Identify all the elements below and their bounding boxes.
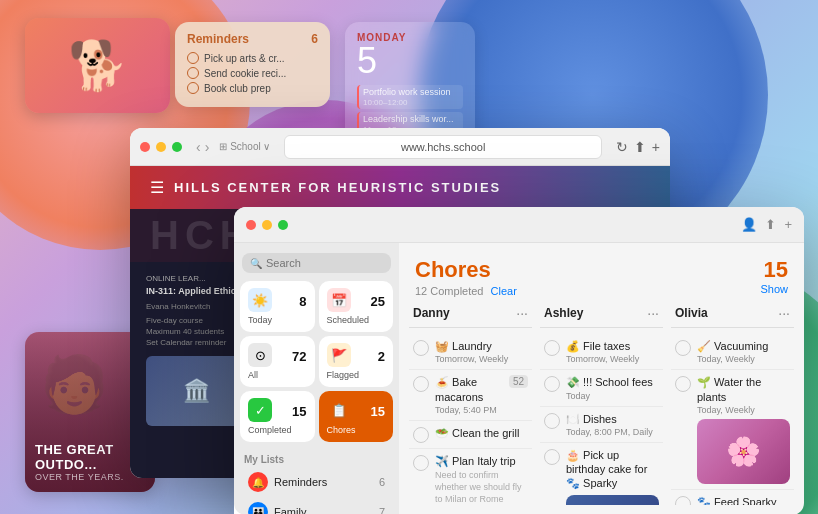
widget-photo: 🐕 — [25, 18, 170, 113]
safari-online-label: ONLINE LEAR... — [146, 274, 246, 283]
cal-event-1: Portfolio work session 10:00–12:00 — [357, 85, 463, 109]
task-cake-emoji: 🎂 — [566, 449, 580, 461]
column-ashley: Ashley ··· 💰 File taxes Tomorrow, Weekly — [540, 305, 663, 505]
safari-close-dot[interactable] — [140, 142, 150, 152]
task-dishes: 🍽️ Dishes Today, 8:00 PM, Daily — [540, 407, 663, 443]
danny-col-header: Danny ··· — [409, 305, 532, 328]
task-feed-sparky: 🐾 Feed Sparky Today, 5:00 PM, Daily — [671, 490, 794, 505]
rem-add-icon[interactable]: + — [784, 217, 792, 232]
task-dog-image: 🐕 — [566, 495, 659, 505]
safari-minimize-dot[interactable] — [156, 142, 166, 152]
task-circle-vacuuming[interactable] — [675, 340, 691, 356]
list-item-reminders[interactable]: 🔔 Reminders 6 — [238, 467, 395, 497]
safari-course-instructor: Evana Honkevitch — [146, 301, 246, 312]
outdoor-person-icon: 🧑 — [40, 352, 109, 417]
safari-nav: ‹ › — [196, 140, 209, 154]
smart-list-completed[interactable]: ✓ 15 Completed — [240, 391, 315, 442]
task-circle-taxes[interactable] — [544, 340, 560, 356]
task-circle-grill[interactable] — [413, 427, 429, 443]
safari-back-button[interactable]: ‹ — [196, 140, 201, 154]
rem-minimize-dot[interactable] — [262, 220, 272, 230]
task-macarons-emoji: 🍝 — [435, 376, 449, 388]
task-circle-italy[interactable] — [413, 455, 429, 471]
task-laundry-emoji: 🧺 — [435, 340, 449, 352]
rem-share-icon[interactable]: ⬆ — [765, 217, 776, 232]
safari-forward-button[interactable]: › — [205, 140, 210, 154]
task-plants-emoji: 🌱 — [697, 376, 711, 388]
task-circle-dishes[interactable] — [544, 413, 560, 429]
danny-more-icon[interactable]: ··· — [516, 305, 528, 321]
safari-share-icon[interactable]: ⬆ — [634, 139, 646, 155]
task-laundry: 🧺 Laundry Tomorrow, Weekly — [409, 334, 532, 370]
flowers-visual: 🌸 — [697, 419, 790, 484]
safari-zoom-dot[interactable] — [172, 142, 182, 152]
smart-lists-grid: ☀️ 8 Today 📅 25 Scheduled — [234, 281, 399, 450]
task-circle-laundry[interactable] — [413, 340, 429, 356]
rem-person-icon[interactable]: 👤 — [741, 217, 757, 232]
safari-reload-icon[interactable]: ↻ — [616, 139, 628, 155]
task-sparky-emoji: 🐾 — [697, 496, 711, 505]
task-circle-sparky[interactable] — [675, 496, 691, 505]
chores-header: Chores 12 Completed Clear 15 Show — [399, 243, 804, 305]
safari-site-menu-icon[interactable]: ☰ — [150, 178, 164, 197]
rem-titlebar-icons: 👤 ⬆ + — [741, 217, 792, 232]
widget-reminders-count: 6 — [311, 32, 318, 46]
safari-toolbar-right: ↻ ⬆ + — [616, 139, 660, 155]
task-macarons-counter: 52 — [509, 375, 528, 388]
task-dishes-emoji: 🍽️ — [566, 413, 580, 425]
reminder-item-1: Pick up arts & cr... — [187, 52, 318, 64]
smart-list-flagged[interactable]: 🚩 2 Flagged — [319, 336, 394, 387]
safari-address-bar[interactable]: www.hchs.school — [284, 135, 601, 159]
cal-day-number: 5 — [357, 43, 463, 79]
reminder-item-2: Send cookie reci... — [187, 67, 318, 79]
safari-toolbar: ‹ › ⊞ School ∨ www.hchs.school ↻ ⬆ + — [130, 128, 670, 166]
smart-list-chores[interactable]: 📋 15 Chores — [319, 391, 394, 442]
task-birthday-cake: 🎂 Pick up birthday cake for 🐾 Sparky 🐕 — [540, 443, 663, 505]
task-circle-plants[interactable] — [675, 376, 691, 392]
chores-meta: 12 Completed Clear — [415, 285, 517, 297]
safari-site-header: ☰ HILLS CENTER FOR HEURISTIC STUDIES — [130, 166, 670, 209]
olivia-more-icon[interactable]: ··· — [778, 305, 790, 321]
dog-visual: 🐕 — [566, 495, 659, 505]
smart-list-scheduled[interactable]: 📅 25 Scheduled — [319, 281, 394, 332]
search-icon: 🔍 — [250, 258, 262, 269]
reminders-sidebar: 🔍 ☀️ 8 Today — [234, 243, 399, 514]
safari-site-title: HILLS CENTER FOR HEURISTIC STUDIES — [174, 180, 501, 195]
column-olivia: Olivia ··· 🧹 Vacuuming Today, Weekly — [671, 305, 794, 505]
reminders-body: 🔍 ☀️ 8 Today — [234, 243, 804, 514]
safari-add-tab-icon[interactable]: + — [652, 139, 660, 155]
rem-close-dot[interactable] — [246, 220, 256, 230]
chores-show-button[interactable]: Show — [760, 283, 788, 295]
task-circle-macarons[interactable] — [413, 376, 429, 392]
task-vacuuming: 🧹 Vacuuming Today, Weekly — [671, 334, 794, 370]
reminders-search[interactable]: 🔍 — [242, 253, 391, 273]
ashley-more-icon[interactable]: ··· — [647, 305, 659, 321]
task-circle-cake[interactable] — [544, 449, 560, 465]
smart-list-all[interactable]: ⊙ 72 All — [240, 336, 315, 387]
widget-reminders-title: Reminders — [187, 32, 249, 46]
reminders-app-window: 👤 ⬆ + 🔍 ☀️ 8 — [234, 207, 804, 514]
task-circle-school-fees[interactable] — [544, 376, 560, 392]
search-input[interactable] — [266, 257, 383, 269]
chores-clear-link[interactable]: Clear — [491, 285, 517, 297]
safari-tab-switcher[interactable]: ⊞ School ∨ — [219, 141, 270, 152]
smart-list-today[interactable]: ☀️ 8 Today — [240, 281, 315, 332]
task-macarons: 🍝 Bake macarons Today, 5:40 PM 52 — [409, 370, 532, 421]
task-fees-emoji: 💸 — [566, 376, 580, 388]
reminder-item-3: Book club prep — [187, 82, 318, 94]
task-flowers-image: 🌸 — [697, 419, 790, 484]
dog-emoji: 🐕 — [68, 38, 128, 94]
task-taxes-emoji: 💰 — [566, 340, 580, 352]
task-water-plants: 🌱 Water the plants Today, Weekly 🌸 — [671, 370, 794, 490]
reminders-titlebar: 👤 ⬆ + — [234, 207, 804, 243]
list-item-family[interactable]: 👪 Family 7 — [238, 497, 395, 514]
rem-zoom-dot[interactable] — [278, 220, 288, 230]
task-taxes: 💰 File taxes Tomorrow, Weekly — [540, 334, 663, 370]
safari-thumbnail: 🏛️ — [146, 356, 246, 426]
widget-reminders-top: Reminders 6 Pick up arts & cr... Send co… — [175, 22, 330, 107]
task-school-fees: 💸 !!! School fees Today — [540, 370, 663, 406]
ashley-col-header: Ashley ··· — [540, 305, 663, 328]
task-grill-emoji: 🥗 — [435, 427, 449, 439]
outdoor-title: THE GREAT OUTDO... — [35, 442, 145, 472]
column-danny: Danny ··· 🧺 Laundry Tomorrow, Weekly — [409, 305, 532, 505]
